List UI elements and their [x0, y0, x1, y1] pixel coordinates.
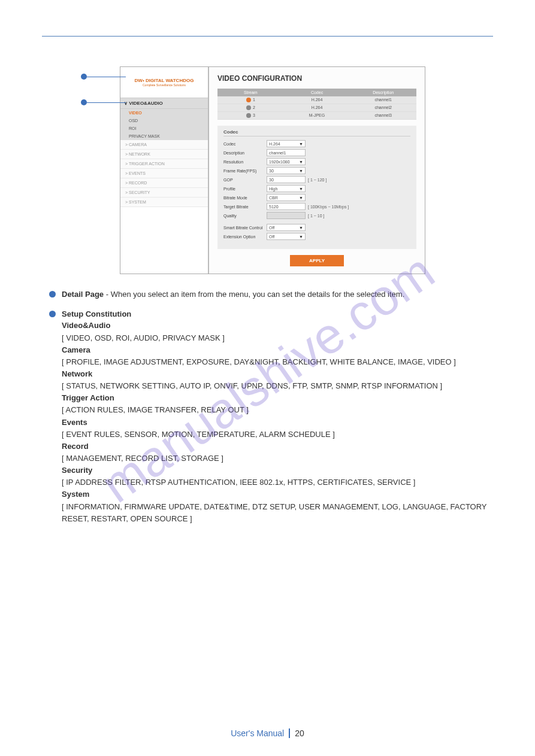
table-row[interactable]: 3 M-JPEG channel3: [217, 112, 416, 120]
field-dropdown[interactable]: H.264▼: [267, 140, 306, 147]
footer-page-num: 20: [289, 728, 304, 738]
stream-table: Stream Codec Description 1 H.264 channel…: [217, 89, 416, 120]
bullet-icon: [49, 311, 56, 317]
panel-title: VIDEO CONFIGURATION: [217, 74, 416, 83]
field-label: Bitrate Mode: [223, 196, 267, 200]
main-panel: VIDEO CONFIGURATION Stream Codec Descrip…: [209, 67, 425, 274]
field-profile: ProfileHigh▼: [223, 185, 410, 192]
th-stream: Stream: [217, 90, 284, 95]
chevron-down-icon: ▼: [299, 235, 303, 239]
chevron-down-icon: ▼: [299, 187, 303, 191]
field-desc: Descriptionchannel1: [223, 149, 410, 156]
desc-line: [ INFORMATION, FIRMWARE UPDATE, DATE&TIM…: [62, 501, 493, 525]
radio-icon[interactable]: [246, 113, 251, 118]
callout-line-2: [87, 102, 126, 103]
config-screenshot: DW• DIGITAL WATCHDOG Complete Surveillan…: [120, 66, 425, 274]
desc-line: Trigger Action: [62, 392, 493, 404]
field-dropdown[interactable]: 30▼: [267, 167, 306, 174]
submenu-video[interactable]: VIDEO: [120, 109, 208, 117]
desc-line: [ STATUS, NETWORK SETTING, AUTO IP, ONVI…: [62, 380, 493, 392]
table-row[interactable]: 1 H.264 channel1: [217, 96, 416, 104]
chevron-down-icon: ▼: [299, 196, 303, 200]
callout-line-1: [87, 77, 126, 77]
apply-button[interactable]: APPLY: [290, 255, 344, 266]
menu-record[interactable]: > RECORD: [120, 178, 208, 188]
table-row[interactable]: 2 H.264 channel2: [217, 104, 416, 112]
desc-line: [ ACTION RULES, IMAGE TRANSFER, RELAY OU…: [62, 404, 493, 416]
field-fps: Frame Rate(FPS)30▼: [223, 167, 410, 174]
menu-events[interactable]: > EVENTS: [120, 169, 208, 178]
field-input[interactable]: 30: [267, 176, 306, 183]
field-bitrate: Bitrate ModeCBR▼: [223, 194, 410, 201]
menu-video-audio[interactable]: ∨ VIDEO&AUDIO: [120, 98, 208, 109]
radio-icon[interactable]: [246, 105, 251, 110]
desc-detail-page: Detail Page - When you select an item fr…: [49, 290, 493, 299]
desc-line: Record: [62, 441, 493, 453]
submenu-osd[interactable]: OSD: [120, 117, 208, 125]
chevron-down-icon: ▼: [299, 160, 303, 164]
footer-left: User's Manual: [231, 728, 284, 738]
field-hint: [ 100Kbps ~ 10Mbps ]: [308, 205, 349, 209]
field-input[interactable]: [267, 212, 306, 219]
field-label: Frame Rate(FPS): [223, 169, 267, 173]
field-quality: Quality[ 1 ~ 10 ]: [223, 212, 410, 219]
desc-line: [ VIDEO, OSD, ROI, AUDIO, PRIVACY MASK ]: [62, 332, 493, 344]
desc-line: [ PROFILE, IMAGE ADJUSTMENT, EXPOSURE, D…: [62, 356, 493, 368]
desc-line: System: [62, 488, 493, 500]
field-label: Codec: [223, 142, 267, 146]
field-label: Quality: [223, 214, 267, 218]
th-desc: Description: [350, 90, 416, 95]
field-label: Target Bitrate: [223, 205, 267, 209]
menu-security[interactable]: > SECURITY: [120, 188, 208, 198]
field-label: GOP: [223, 178, 267, 182]
menu-system[interactable]: > SYSTEM: [120, 198, 208, 207]
codec-header: Codec: [223, 129, 410, 136]
logo-text: DW• DIGITAL WATCHDOG: [135, 78, 194, 83]
field-hint: [ 1 ~ 10 ]: [308, 214, 324, 218]
callout-dot-2: [81, 99, 87, 105]
field-ext: Extension OptionOff▼: [223, 233, 410, 240]
field-codec: CodecH.264▼: [223, 140, 410, 147]
header-rule: [42, 36, 493, 37]
chevron-down-icon: ▼: [299, 226, 303, 230]
desc-setup-const: Setup Constitution Video&Audio[ VIDEO, O…: [49, 309, 493, 524]
field-target: Target Bitrate5120[ 100Kbps ~ 10Mbps ]: [223, 203, 410, 210]
field-dropdown[interactable]: 1920x1080▼: [267, 158, 306, 165]
sidebar: DW• DIGITAL WATCHDOG Complete Surveillan…: [120, 67, 209, 274]
field-dropdown[interactable]: Off▼: [267, 224, 306, 231]
th-codec: Codec: [284, 90, 350, 95]
field-gop: GOP30[ 1 ~ 120 ]: [223, 176, 410, 183]
submenu-roi[interactable]: ROI: [120, 125, 208, 132]
field-dropdown[interactable]: High▼: [267, 185, 306, 192]
page-footer: User's Manual20: [0, 728, 535, 738]
desc-line: Network: [62, 368, 493, 380]
field-label: Smart Bitrate Control: [223, 226, 267, 230]
field-label: Description: [223, 151, 267, 155]
radio-icon[interactable]: [246, 98, 251, 102]
submenu: VIDEO OSD ROI PRIVACY MASK: [120, 109, 208, 140]
menu-trigger[interactable]: > TRIGGER ACTION: [120, 159, 208, 169]
desc-line: Events: [62, 417, 493, 429]
desc-line: Security: [62, 464, 493, 476]
desc-line: [ IP ADDRESS FILTER, RTSP AUTHENTICATION…: [62, 476, 493, 488]
field-res: Resolution1920x1080▼: [223, 158, 410, 165]
field-dropdown[interactable]: CBR▼: [267, 194, 306, 201]
desc-line: [ EVENT RULES, SENSOR, MOTION, TEMPERATU…: [62, 429, 493, 441]
submenu-privacy[interactable]: PRIVACY MASK: [120, 132, 208, 140]
field-hint: [ 1 ~ 120 ]: [308, 178, 327, 182]
codec-settings: Codec CodecH.264▼Descriptionchannel1Reso…: [217, 126, 416, 249]
bullet-icon: [49, 291, 56, 297]
table-header: Stream Codec Description: [217, 89, 416, 96]
menu-network[interactable]: > NETWORK: [120, 150, 208, 159]
field-label: Extension Option: [223, 235, 267, 239]
chevron-down-icon: ▼: [299, 169, 303, 173]
desc-line: Video&Audio: [62, 320, 493, 332]
menu-camera[interactable]: > CAMERA: [120, 140, 208, 150]
field-input[interactable]: channel1: [267, 149, 306, 156]
callout-dot-1: [81, 74, 87, 80]
field-dropdown[interactable]: Off▼: [267, 233, 306, 240]
chevron-down-icon: ▼: [299, 142, 303, 146]
desc-line: [ MANAGEMENT, RECORD LIST, STORAGE ]: [62, 453, 493, 464]
field-input[interactable]: 5120: [267, 203, 306, 210]
field-label: Profile: [223, 187, 267, 191]
